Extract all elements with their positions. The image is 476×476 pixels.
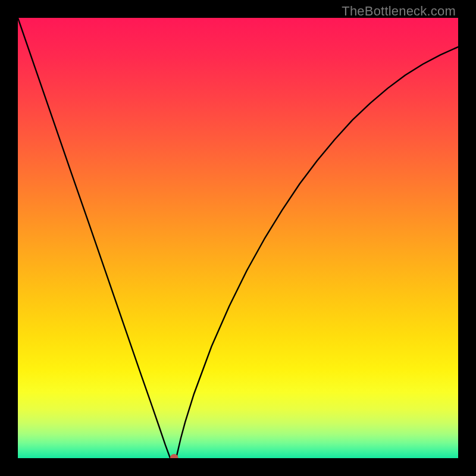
bottleneck-curve	[18, 18, 458, 458]
watermark-text: TheBottleneck.com	[342, 4, 456, 19]
chart-frame: TheBottleneck.com	[0, 0, 476, 476]
curve-layer	[18, 18, 458, 458]
plot-area	[18, 18, 458, 458]
